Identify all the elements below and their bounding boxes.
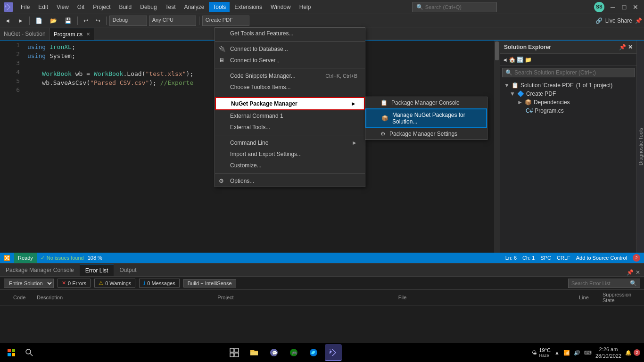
toolbar-redo-icon[interactable]: ↪	[93, 16, 103, 25]
notification-badge[interactable]: 2	[633, 254, 640, 262]
menu-debug[interactable]: Debug	[136, 2, 160, 12]
maximize-button[interactable]: □	[619, 2, 629, 12]
se-project-item[interactable]: ▼ 🔷 Create PDF	[502, 90, 635, 98]
bottom-toolbar: Entire Solution ✕ 0 Errors ⚠ 0 Warnings …	[0, 277, 644, 290]
tab-package-manager-console[interactable]: Package Manager Console	[0, 264, 80, 276]
toolbar-back-icon[interactable]: ◄	[2, 16, 13, 25]
se-close-icon[interactable]: ✕	[628, 44, 633, 50]
toolbar-save-icon[interactable]: 💾	[62, 16, 74, 25]
tab-program-cs[interactable]: Program.cs ✕	[50, 28, 94, 40]
taskbar-app-taskview[interactable]	[226, 344, 243, 361]
menu-connect-db[interactable]: 🔌 Connect to Database...	[215, 43, 365, 55]
se-dependencies-item[interactable]: ► 📦 Dependencies	[502, 98, 635, 107]
menu-test[interactable]: Test	[162, 2, 180, 12]
taskbar-app-edge[interactable]	[305, 344, 322, 361]
error-filter-dropdown[interactable]: Entire Solution	[4, 279, 54, 288]
build-filter-btn[interactable]: Build + IntelliSense	[183, 279, 236, 288]
menu-view[interactable]: View	[53, 2, 73, 12]
se-search-area[interactable]: 🔍	[500, 66, 636, 79]
error-search-box[interactable]: 🔍	[568, 279, 640, 288]
tray-chevron[interactable]: ▲	[554, 350, 560, 355]
taskbar-app-explorer[interactable]	[246, 344, 263, 361]
se-pin-icon[interactable]: 📌	[619, 44, 626, 50]
menu-analyze[interactable]: Analyze	[181, 2, 208, 12]
menu-sep2	[215, 68, 365, 68]
menu-ext-tools[interactable]: External Tools...	[215, 122, 365, 133]
menu-extensions[interactable]: Extensions	[231, 2, 266, 12]
menu-toolbox[interactable]: Choose Toolbox Items...	[215, 82, 365, 93]
main-toolbar: ◄ ► 📄 📂 💾 ↩ ↪ Debug Any CPU Create PDF 🔗…	[0, 14, 644, 27]
platform-dropdown[interactable]: Any CPU	[149, 16, 196, 26]
minimize-button[interactable]: ─	[608, 2, 618, 12]
status-right: Ln: 6 Ch: 1 SPC CRLF Add to Source Contr…	[505, 254, 640, 262]
menu-sep1	[215, 41, 365, 41]
se-programcs-item[interactable]: C# Program.cs	[502, 107, 635, 115]
messages-badge[interactable]: ℹ 0 Messages	[139, 279, 179, 288]
menu-snippets[interactable]: Code Snippets Manager... Ctrl+K, Ctrl+B	[215, 70, 365, 82]
submenu-manage-nuget[interactable]: 📦 Manage NuGet Packages for Solution...	[365, 108, 487, 128]
pkg-settings-icon: ⚙	[380, 131, 386, 137]
toolbar-new-icon[interactable]: 📄	[33, 16, 45, 25]
submenu-pkg-console[interactable]: 📋 Package Manager Console	[365, 97, 487, 108]
submenu-pkg-settings[interactable]: ⚙ Package Manager Settings	[365, 128, 487, 140]
live-share-label[interactable]: Live Share	[605, 17, 632, 24]
close-button[interactable]: ✕	[631, 2, 640, 12]
se-dependencies-arrow: ►	[517, 99, 523, 106]
menu-import-export[interactable]: Import and Export Settings...	[215, 148, 365, 160]
debug-mode-dropdown[interactable]: Debug	[109, 16, 147, 26]
notification-area[interactable]: 🔔 2	[625, 349, 640, 356]
tab-nuget[interactable]: NuGet - Solution	[0, 28, 50, 40]
error-search-input[interactable]	[571, 280, 628, 286]
global-search-box[interactable]: 🔍 Search (Ctrl+Q)	[412, 2, 497, 12]
diagnostic-tools-sidebar[interactable]: Diagnostic Tools	[636, 41, 644, 253]
taskbar-search-button[interactable]	[23, 346, 36, 359]
menu-customize[interactable]: Customize...	[215, 160, 365, 171]
menu-file[interactable]: File	[17, 2, 33, 12]
bottom-panel-close-icon[interactable]: ✕	[636, 269, 640, 276]
taskbar-app-vs[interactable]	[325, 344, 342, 361]
se-collapse-icon[interactable]: 📁	[525, 57, 532, 63]
menu-connect-server[interactable]: 🖥 Connect to Server ,	[215, 55, 365, 66]
cmd-line-label: Command Line	[230, 140, 268, 146]
menu-nuget[interactable]: NuGet Package Manager ►	[215, 97, 365, 110]
notification-icon[interactable]: 🔔	[625, 350, 632, 356]
bottom-panel-pin-icon[interactable]: 📌	[627, 269, 634, 276]
se-search-input[interactable]	[514, 69, 631, 76]
add-to-source-control[interactable]: Add to Source Control	[576, 255, 627, 261]
diagnostic-tools-label[interactable]: Diagnostic Tools	[638, 128, 644, 165]
scrollbar-thumb[interactable]	[495, 41, 499, 60]
se-solution-icon: 📋	[512, 82, 519, 89]
tab-close-icon[interactable]: ✕	[86, 32, 90, 37]
toolbar-open-icon[interactable]: 📂	[47, 16, 60, 25]
warnings-badge[interactable]: ⚠ 0 Warnings	[94, 279, 135, 288]
line-num-4: 4	[0, 67, 24, 76]
menu-tools[interactable]: Tools	[209, 2, 230, 12]
se-refresh-icon[interactable]: 🔄	[517, 57, 524, 63]
toolbar-forward-icon[interactable]: ►	[15, 16, 26, 25]
menu-project[interactable]: Project	[89, 2, 114, 12]
se-project-arrow: ▼	[510, 90, 515, 97]
menu-get-tools[interactable]: Get Tools and Features...	[215, 28, 365, 39]
menu-git[interactable]: Git	[74, 2, 88, 12]
menu-edit[interactable]: Edit	[34, 2, 52, 12]
zoom-level[interactable]: 108 %	[88, 255, 102, 261]
tab-output[interactable]: Output	[114, 264, 142, 276]
tab-error-list[interactable]: Error List	[80, 264, 114, 276]
menu-help[interactable]: Help	[296, 2, 315, 12]
taskbar-app-chat[interactable]: 💬	[265, 344, 282, 361]
toolbar-undo-icon[interactable]: ↩	[81, 16, 91, 25]
menu-ext-cmd1[interactable]: External Command 1	[215, 110, 365, 122]
menu-cmd-line[interactable]: Command Line ►	[215, 137, 365, 148]
taskbar-app-xbox[interactable]: 🎮	[285, 344, 302, 361]
errors-badge[interactable]: ✕ 0 Errors	[58, 279, 91, 288]
taskbar-start-button[interactable]	[4, 345, 19, 360]
editor-scrollbar[interactable]	[494, 41, 500, 253]
menu-options[interactable]: ⚙ Options...	[215, 175, 365, 187]
col-file: File	[398, 295, 579, 300]
menu-window[interactable]: Window	[267, 2, 295, 12]
se-back-icon[interactable]: ◄	[502, 57, 508, 63]
se-solution-item[interactable]: ▼ 📋 Solution 'Create PDF' (1 of 1 projec…	[502, 81, 635, 90]
se-home-icon[interactable]: 🏠	[509, 57, 516, 63]
menu-build[interactable]: Build	[116, 2, 136, 12]
project-run-dropdown[interactable]: Create PDF	[202, 16, 249, 26]
